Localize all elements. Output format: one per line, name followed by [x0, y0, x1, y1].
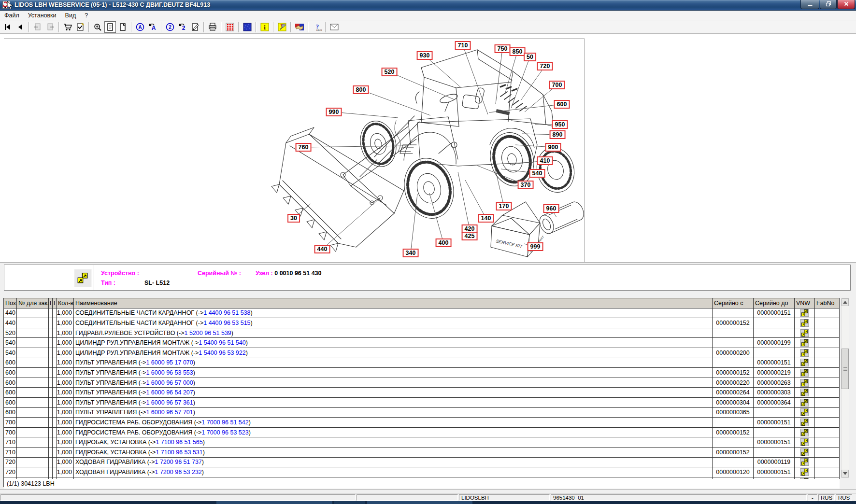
callout-520[interactable]: 520	[382, 68, 398, 76]
page-view-button[interactable]	[104, 21, 116, 33]
callout-425[interactable]: 425	[462, 232, 478, 240]
column-header-8[interactable]: Серийно до	[754, 298, 795, 308]
vnw-button[interactable]	[799, 329, 810, 337]
part-link[interactable]: 1 7200 96 51 737	[155, 459, 201, 465]
zoom-button[interactable]	[92, 21, 103, 33]
part-link[interactable]: 1 6000 96 57 000	[146, 379, 193, 386]
callout-340[interactable]: 340	[403, 249, 419, 257]
scroll-thumb[interactable]	[842, 349, 849, 389]
part-link[interactable]: 1 5400 96 53 922	[199, 350, 245, 356]
title-bar[interactable]: LIDOS LBH WEBSERVICE (05-1) - L512-430 С…	[0, 0, 856, 11]
part-link[interactable]: 1 6000 96 57 361	[146, 399, 193, 406]
callout-700[interactable]: 700	[549, 81, 565, 89]
table-row[interactable]: 7001,000ГИДРОСИСТЕМА РАБ. ОБОРУДОВАНИЯ (…	[4, 428, 839, 438]
scroll-up-button[interactable]	[842, 298, 849, 306]
part-link[interactable]: 1 6000 96 53 553	[146, 369, 193, 376]
callout-800[interactable]: 800	[353, 85, 369, 94]
part-link[interactable]: 1 7000 96 53 523	[201, 429, 248, 436]
table-row[interactable]: 7201,000ХОДОВАЯ ГИДРАВЛИКА (->1 7200 96 …	[4, 458, 839, 468]
column-header-4[interactable]: I	[53, 298, 57, 308]
column-header-5[interactable]: Кол-во	[57, 298, 74, 308]
table-row[interactable]: 6001,000ПУЛЬТ УПРАВЛЕНИЯ (->1 6000 96 54…	[4, 388, 839, 398]
callout-850[interactable]: 850	[510, 47, 526, 56]
callout-410[interactable]: 410	[537, 156, 553, 165]
image-view-button[interactable]	[242, 21, 253, 33]
table-row[interactable]: 4401,000СОЕДИНИТЕЛЬНЫЕ ЧАСТИ КАРДАННОГ (…	[4, 318, 839, 328]
part-link[interactable]: 1 4400 96 51 538	[203, 309, 250, 316]
table-row[interactable]: 6001,000ПУЛЬТ УПРАВЛЕНИЯ (->1 6000 96 57…	[4, 398, 839, 408]
part-link[interactable]: 1 7100 96 51 565	[156, 439, 202, 446]
menu-item-3[interactable]: Вид	[61, 12, 81, 19]
vnw-button[interactable]	[799, 429, 810, 436]
part-link[interactable]: 1 5200 96 51 539	[184, 330, 231, 336]
callout-960[interactable]: 960	[543, 204, 559, 213]
part-link[interactable]: 1 6000 96 57 701	[146, 409, 193, 416]
shopping-cart-button[interactable]	[62, 21, 73, 33]
vnw-button[interactable]	[799, 419, 810, 426]
column-header-6[interactable]: Наименование	[74, 298, 713, 308]
vnw-button[interactable]	[799, 359, 810, 366]
table-row[interactable]: 6001,000ПУЛЬТ УПРАВЛЕНИЯ (->1 6000 96 57…	[4, 408, 839, 418]
table-row[interactable]: 7101,000ГИДРОБАК, УСТАНОВКА (->1 7100 96…	[4, 437, 839, 448]
part-link[interactable]: 1 7000 96 51 542	[201, 419, 248, 426]
callout-990[interactable]: 990	[326, 108, 342, 116]
page-copy-button[interactable]	[117, 21, 128, 33]
table-row[interactable]: 4401,000СОЕДИНИТЕЛЬНЫЕ ЧАСТИ КАРДАННОГ (…	[4, 308, 839, 319]
table-row[interactable]: 5401,000ЦИЛИНДР РУЛ.УПРАВЛЕНИЯ МОНТАЖ (-…	[4, 338, 839, 348]
callout-170[interactable]: 170	[496, 202, 512, 210]
restore-button[interactable]	[820, 0, 837, 9]
mail-button[interactable]	[328, 21, 340, 33]
vnw-button[interactable]	[799, 399, 810, 406]
vnw-button[interactable]	[799, 319, 810, 327]
parts-table-button[interactable]	[224, 21, 236, 33]
callout-760[interactable]: 760	[296, 143, 312, 152]
vertical-scrollbar[interactable]	[841, 298, 849, 478]
table-row[interactable]: 5201,000ГИДРАВЛ.РУЛЕВОЕ УСТРОЙСТВО (->1 …	[4, 328, 839, 338]
part-link[interactable]: 1 7200 96 53 232	[155, 469, 201, 476]
back-a-button[interactable]: A	[147, 21, 158, 33]
prev-record-button[interactable]	[14, 21, 26, 33]
scroll-down-button[interactable]	[842, 470, 849, 477]
edit-note-button[interactable]	[189, 21, 201, 33]
callout-900[interactable]: 900	[545, 143, 561, 152]
callout-720[interactable]: 720	[537, 62, 553, 70]
part-link[interactable]: 1 4400 96 53 515	[203, 320, 250, 326]
part-link[interactable]: 1 7100 96 53 531	[156, 449, 202, 456]
callout-600[interactable]: 600	[554, 100, 570, 109]
service-button[interactable]: ?	[276, 21, 288, 33]
expand-button[interactable]	[74, 269, 91, 287]
vnw-button[interactable]	[799, 389, 810, 396]
table-row[interactable]: 6001,000ПУЛЬТ УПРАВЛЕНИЯ (->1 6000 95 17…	[4, 358, 839, 368]
callout-50[interactable]: 50	[524, 53, 536, 61]
column-header-2[interactable]: № для заказа	[17, 298, 49, 308]
print-button[interactable]	[207, 21, 218, 33]
vnw-button[interactable]	[799, 349, 810, 357]
minimize-button[interactable]	[800, 0, 819, 9]
menu-item-1[interactable]: Файл	[0, 12, 24, 19]
vnw-button[interactable]	[799, 448, 810, 456]
vnw-button[interactable]	[799, 468, 810, 476]
partner-button[interactable]	[294, 21, 305, 33]
callout-400[interactable]: 400	[436, 238, 452, 247]
vnw-button[interactable]	[799, 408, 810, 416]
part-link[interactable]: 1 6000 96 54 207	[146, 389, 193, 396]
callout-540[interactable]: 540	[529, 169, 545, 178]
order-list-button[interactable]	[74, 21, 86, 33]
vnw-button[interactable]	[799, 339, 810, 347]
callout-999[interactable]: 999	[528, 242, 543, 251]
table-row[interactable]: 7201,000ХОДОВАЯ ГИДРАВЛИКА (->1 7200 96 …	[4, 467, 839, 477]
column-header-7[interactable]: Серийно с	[713, 298, 754, 308]
info-button[interactable]: i	[259, 21, 271, 33]
lidos-help-button[interactable]: ?LIDOS	[311, 21, 323, 33]
menu-item-2[interactable]: Установки	[24, 12, 61, 19]
vnw-button[interactable]	[799, 458, 810, 466]
first-record-button[interactable]	[2, 21, 14, 33]
table-row[interactable]: 7001,000ГИДРОСИСТЕМА РАБ. ОБОРУДОВАНИЯ (…	[4, 418, 839, 428]
callout-890[interactable]: 890	[550, 130, 566, 139]
table-row[interactable]: 5401,000ЦИЛИНДР РУЛ.УПРАВЛЕНИЯ МОНТАЖ (-…	[4, 348, 839, 358]
callout-30[interactable]: 30	[287, 214, 300, 223]
close-button[interactable]	[837, 0, 855, 9]
callout-710[interactable]: 710	[455, 41, 471, 50]
table-row[interactable]: 6001,000ПУЛЬТ УПРАВЛЕНИЯ (->1 6000 96 57…	[4, 378, 839, 388]
part-link[interactable]: 1 5400 96 51 540	[199, 339, 245, 346]
